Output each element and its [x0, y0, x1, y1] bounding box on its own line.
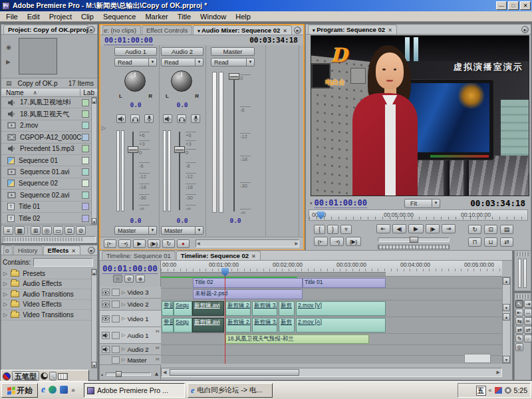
program-mini-ruler[interactable]: 00:00 00:05;00:00 00:10;00:00	[309, 209, 528, 221]
lift-button[interactable]: ⊓	[468, 237, 481, 247]
pan-value[interactable]: 0.0	[160, 101, 204, 108]
menu-help[interactable]: Help	[231, 12, 255, 21]
keyframe-display-icon[interactable]: ⋈	[156, 345, 160, 350]
panel-menu-button[interactable]: ▸	[521, 26, 529, 33]
set-in-button[interactable]: {	[314, 225, 325, 234]
track-header-video1[interactable]: ▷ Video 1	[100, 311, 161, 327]
pan-value[interactable]: 0.0	[114, 101, 158, 108]
quicklaunch-more-icon[interactable]: »	[71, 386, 75, 394]
project-hscrollbar[interactable]	[3, 236, 96, 243]
project-item[interactable]: Precedent 15.mp3	[1, 144, 91, 155]
mixer-hscrollbar[interactable]: ◀ ▶	[196, 239, 299, 247]
timeline-clip[interactable]: 2.mov [V]	[296, 301, 386, 316]
timeline-clip[interactable]: 带音	[162, 301, 174, 316]
project-column-header[interactable]: Name ∧ Lab	[1, 88, 97, 97]
menu-window[interactable]: Window	[196, 12, 231, 21]
play-button[interactable]: ▶	[408, 224, 424, 233]
jog-disk[interactable]	[378, 245, 450, 249]
scroll-up-icon[interactable]: ▲	[503, 277, 510, 285]
maximize-button[interactable]: □	[508, 1, 519, 10]
output-dropdown[interactable]: Master▼	[161, 226, 203, 235]
scroll-down-icon[interactable]: ▼	[92, 218, 96, 224]
safe-margins-button[interactable]: ⊡	[484, 225, 497, 234]
tab-effect-controls[interactable]: Effect Controls	[142, 25, 192, 35]
expand-icon[interactable]: ▷	[122, 302, 125, 307]
slip-tool[interactable]: ⇄	[515, 326, 523, 334]
expand-icon[interactable]: ▷	[122, 346, 125, 352]
zoom-out-icon[interactable]: ▴	[101, 372, 103, 376]
enable-record-button[interactable]	[191, 114, 200, 123]
zoom-in-icon[interactable]: ▲	[154, 370, 160, 377]
expand-icon[interactable]: ▷	[122, 357, 125, 362]
ime-mode-button[interactable]: 五笔型	[12, 371, 39, 381]
expand-icon[interactable]: ▷	[122, 290, 125, 295]
tab-close-icon[interactable]: ✕	[71, 248, 76, 254]
timeline-tracks-area[interactable]: Title 02 Title 01 未标题-2.psd 带音 Sequ 新剪辑.…	[161, 277, 502, 364]
ime-logo-icon[interactable]	[3, 372, 11, 380]
window-titlebar[interactable]: Pr Adobe Premiere Pro - M:\新闻类\总输出\Copy …	[0, 0, 532, 11]
timeline-clip[interactable]: 未标题-2.psd	[193, 289, 303, 299]
track-header-video2[interactable]: ▷ Video 2	[100, 299, 161, 311]
tray-clock-icon[interactable]	[505, 387, 511, 394]
toggle-track-output[interactable]	[102, 346, 110, 353]
set-marker-button[interactable]: ◆	[136, 275, 145, 283]
label-chip[interactable]	[82, 180, 89, 187]
rate-stretch-tool[interactable]: ⇆	[515, 317, 523, 325]
panel-menu-button[interactable]: ▸	[88, 26, 95, 33]
track-lock-box[interactable]	[112, 315, 120, 323]
icon-view-button[interactable]: ▦	[15, 226, 25, 235]
menu-clip[interactable]: Clip	[76, 12, 98, 21]
project-scrollbar[interactable]: ▲ ▼	[91, 97, 97, 225]
tab-effects[interactable]: Effects✕	[43, 245, 80, 255]
trim-button[interactable]: ⇄	[500, 237, 513, 247]
label-chip[interactable]	[82, 145, 89, 152]
previous-edit-button[interactable]: ⇤	[376, 224, 390, 233]
project-item[interactable]: 17.凤凰卫视地球i	[1, 97, 91, 108]
new-bin-button[interactable]: ▭	[53, 226, 63, 235]
zoom-tool[interactable]: ◎	[515, 343, 523, 351]
program-playhead[interactable]	[317, 211, 325, 219]
track-name-button[interactable]: Master	[211, 47, 255, 56]
label-chip[interactable]	[82, 122, 89, 129]
timeline-clip[interactable]: 带音	[162, 318, 174, 332]
zoom-slider-thumb[interactable]	[116, 371, 122, 377]
work-area-bar[interactable]	[161, 272, 386, 276]
taskbar-task-premiere[interactable]: Adobe Premiere Pro ...	[84, 383, 185, 398]
effects-folder-video-effects[interactable]: ▷ Video Effects	[1, 300, 91, 311]
tab-close-icon[interactable]: ✕	[251, 253, 256, 259]
scroll-up-icon[interactable]: ▲	[92, 98, 96, 104]
play-in-out-button[interactable]: {▶}	[148, 239, 160, 248]
label-chip[interactable]	[82, 215, 89, 222]
panel-menu-button[interactable]: ▸	[294, 27, 301, 34]
label-chip[interactable]	[82, 110, 89, 118]
track-name-button[interactable]: Audio 2	[161, 47, 203, 56]
tab-project[interactable]: Project: Copy of OK.prproj✕	[3, 25, 88, 34]
automation-mode-dropdown[interactable]: Read▼	[114, 58, 157, 66]
label-chip[interactable]	[82, 203, 89, 210]
project-item[interactable]: 18.凤凰卫视天气	[1, 108, 91, 120]
effects-folder-presets[interactable]: ▷ Presets	[1, 269, 91, 279]
expand-icon[interactable]: ▷	[3, 301, 7, 307]
solo-track-button[interactable]	[130, 114, 140, 123]
mute-track-button[interactable]	[163, 114, 172, 123]
output-button[interactable]: ▤	[500, 225, 513, 234]
timeline-vscrollbar[interactable]: ▲ ▼ ▲ ▼	[502, 277, 511, 364]
panel-grip[interactable]	[517, 252, 529, 256]
chevron-down-icon[interactable]: ▼	[432, 200, 440, 207]
project-item[interactable]: Sequence 01.avi	[1, 166, 91, 178]
pan-knob[interactable]	[124, 70, 146, 92]
taskbar-task-browser[interactable]: e 电白同乡论坛 -> 电...	[188, 383, 273, 398]
loop-button[interactable]: ↻	[162, 239, 175, 248]
effects-folder-audio-effects[interactable]: ▷ Audio Effects	[1, 279, 91, 290]
expand-icon[interactable]: ▷	[122, 316, 125, 321]
output-dropdown[interactable]: Master▼	[114, 226, 157, 235]
timeline-hscrollbar[interactable]: ◀ ▶	[161, 368, 502, 377]
close-button[interactable]: ✕	[520, 1, 531, 10]
label-chip[interactable]	[82, 99, 89, 106]
menu-sequence[interactable]: Sequence	[98, 12, 141, 21]
effects-folder-audio-transitions[interactable]: ▷ Audio Transitions	[1, 289, 91, 300]
scroll-left-icon[interactable]: ◀	[163, 370, 166, 375]
timeline-clip[interactable]: 2.mov [A]	[296, 318, 386, 332]
tab-timeline-seq1[interactable]: Timeline: Sequence 01	[102, 251, 176, 260]
effects-scrollbar[interactable]: ▲ ▼	[91, 269, 97, 368]
